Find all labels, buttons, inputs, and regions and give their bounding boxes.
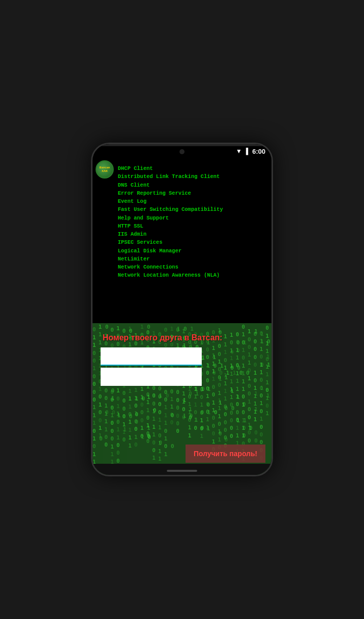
- wifi-icon: ▼: [236, 148, 242, 155]
- app-content: ВатсапХАК DHCP Client Distributed Link T…: [93, 158, 271, 475]
- status-icons: ▼ ▐ 6:00: [236, 148, 265, 155]
- code-input[interactable]: [101, 368, 202, 386]
- get-password-button[interactable]: Получить пароль!: [186, 445, 265, 463]
- phone-frame: ▼ ▐ 6:00 ВатсапХАК DHCP Client Distribut…: [91, 143, 273, 476]
- bottom-bar: [93, 464, 271, 475]
- camera-notch: [179, 149, 185, 154]
- terminal-section: ВатсапХАК DHCP Client Distributed Link T…: [93, 158, 271, 323]
- logo-circle: ВатсапХАК: [96, 160, 114, 179]
- terminal-text: DHCP Client Distributed Link Tracking Cl…: [93, 161, 271, 323]
- prompt-label: Номер твоего друга в Ватсап:: [103, 333, 222, 342]
- matrix-section: 011001000011101 001111 0111 11110 01010 …: [93, 323, 271, 475]
- logo-text: ВатсапХАК: [100, 166, 110, 172]
- home-indicator: [167, 470, 197, 472]
- app-logo: ВатсапХАК: [96, 160, 114, 179]
- phone-input[interactable]: [101, 347, 202, 366]
- status-time: 6:00: [252, 148, 265, 155]
- battery-icon: ▐: [244, 148, 248, 155]
